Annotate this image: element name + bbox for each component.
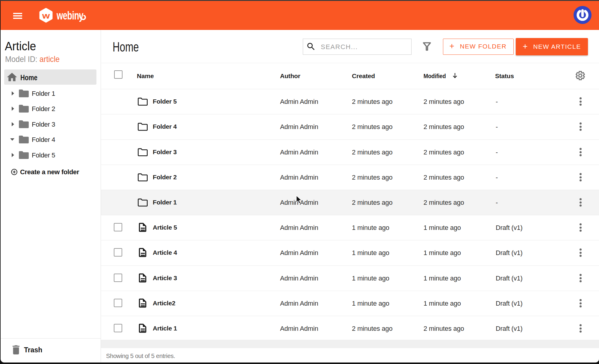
svg-text:w: w — [42, 11, 50, 20]
